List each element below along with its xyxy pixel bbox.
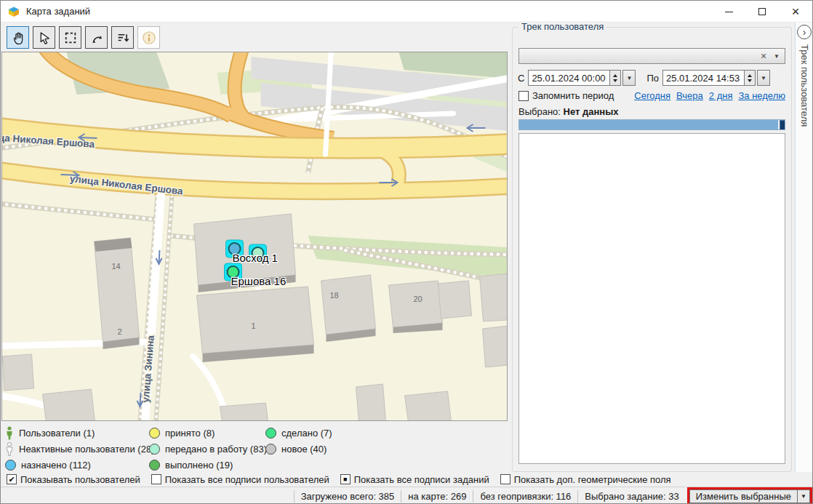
pan-tool-button[interactable] <box>7 26 29 49</box>
option-show-task-labels[interactable]: ■ Показать все подписи заданий <box>340 474 489 485</box>
legend-label: новое (40) <box>281 444 327 455</box>
spin-down-icon <box>613 79 617 82</box>
chevron-down-icon[interactable]: ▼ <box>797 490 809 503</box>
date-from-dropdown[interactable]: ▼ <box>622 70 636 86</box>
status-circle <box>149 444 160 455</box>
legend-item-assigned: назначено (112) <box>5 460 149 471</box>
selected-label: Выбрано: <box>518 106 561 117</box>
quick-period-links: Сегодня Вчера 2 дня За неделю <box>634 90 785 101</box>
person-icon <box>5 426 14 440</box>
track-list-area[interactable] <box>518 133 785 464</box>
user-track-panel: Трек пользователя × ▼ С 25.01.2024 00:00… <box>512 27 792 472</box>
close-icon: × <box>792 5 800 18</box>
minimize-icon <box>725 12 733 12</box>
app-logo-icon <box>7 5 20 18</box>
collapsed-tab-label: Трек пользователя <box>799 44 810 127</box>
checkbox-unchecked <box>151 474 161 484</box>
legend-item-done: сделано (7) <box>265 428 375 439</box>
status-on-map: на карте: 269 <box>401 490 473 503</box>
route-select-tool-button[interactable] <box>85 26 108 49</box>
horizontal-scrollbar[interactable] <box>518 119 785 130</box>
selected-value: Нет данных <box>564 106 619 117</box>
sort-list-icon <box>115 30 131 46</box>
option-label: Показывать пользователей <box>20 474 140 485</box>
user-select-combobox[interactable]: × ▼ <box>518 48 785 64</box>
option-show-user-labels[interactable]: Показать все подписи пользователей <box>151 474 329 485</box>
app-window: Карта заданий × <box>0 0 813 504</box>
chevron-down-icon: ▼ <box>761 75 766 81</box>
clear-icon[interactable]: × <box>756 50 772 62</box>
info-icon <box>140 29 158 47</box>
panel-title: Трек пользователя <box>518 21 606 32</box>
legend-item-accepted: принято (8) <box>149 428 265 439</box>
status-circle <box>265 444 276 455</box>
checkbox-checked: ✔ <box>7 474 17 484</box>
minimize-button[interactable] <box>712 1 745 23</box>
checkbox-unchecked <box>518 91 529 101</box>
scrollbar-thumb[interactable] <box>778 120 785 129</box>
cursor-icon <box>36 30 52 46</box>
expand-panel-button[interactable]: › <box>797 25 812 39</box>
legend-item-completed: выполнено (19) <box>149 460 265 471</box>
status-circle <box>265 428 276 439</box>
status-circle <box>149 460 160 471</box>
spin-up-icon <box>748 74 752 77</box>
close-button[interactable]: × <box>779 1 812 23</box>
status-selected-task: Выбрано задание: 33 <box>577 490 685 503</box>
hand-icon <box>10 30 26 46</box>
checkbox-indeterminate: ■ <box>340 474 351 484</box>
legend-item-users: Пользователи (1) <box>5 426 149 440</box>
date-to-dropdown[interactable]: ▼ <box>757 70 770 86</box>
option-show-users[interactable]: ✔ Показывать пользователей <box>7 474 140 485</box>
status-without-geo: без геопривязки: 116 <box>473 490 577 503</box>
status-circle <box>149 428 160 439</box>
to-label: По <box>646 73 662 84</box>
from-label: С <box>517 73 528 84</box>
spin-up-icon <box>613 74 617 77</box>
legend-label: Пользователи (1) <box>19 428 95 439</box>
marquee-select-tool-button[interactable] <box>59 26 81 49</box>
link-2days[interactable]: 2 дня <box>709 90 733 101</box>
remember-period-checkbox[interactable]: Запомнить период <box>518 90 614 101</box>
link-week[interactable]: За неделю <box>738 90 785 101</box>
action-highlight-box: Изменить выбранные ▼ <box>687 487 812 504</box>
window-title: Карта заданий <box>26 6 90 17</box>
map-canvas[interactable]: 14 2 1 18 20 улица Николая Ершова улица … <box>1 52 508 421</box>
edit-selected-button[interactable]: Изменить выбранные ▼ <box>689 489 810 503</box>
option-label: Показать все подписи пользователей <box>165 474 329 485</box>
remember-period-row: Запомнить период Сегодня Вчера 2 дня За … <box>518 90 785 101</box>
checkbox-unchecked <box>500 474 510 484</box>
select-tool-button[interactable] <box>33 26 55 49</box>
option-show-geometry-fields[interactable]: Показать доп. геометрические поля <box>500 474 671 485</box>
legend-label: назначено (112) <box>21 460 91 471</box>
svg-text:20: 20 <box>414 295 422 303</box>
marker-label-ershova: Ершова 16 <box>231 275 287 287</box>
chevron-right-icon: › <box>803 26 806 38</box>
legend-label: выполнено (19) <box>165 460 233 471</box>
info-tool-button[interactable] <box>137 26 160 49</box>
legend-label: передано в работу (83) <box>165 444 267 455</box>
date-to-spinner[interactable] <box>745 70 756 86</box>
legend-label: сделано (7) <box>281 428 332 439</box>
legend-label: принято (8) <box>165 428 215 439</box>
date-to-field[interactable]: 25.01.2024 14:53 <box>662 70 745 86</box>
chevron-down-icon[interactable]: ▼ <box>772 53 785 60</box>
maximize-icon <box>758 8 766 15</box>
date-from-field[interactable]: 25.01.2024 00:00 <box>528 70 610 86</box>
svg-text:1: 1 <box>252 321 256 330</box>
option-label: Показать доп. геометрические поля <box>514 474 671 485</box>
date-from-value: 25.01.2024 00:00 <box>532 73 605 84</box>
sort-tool-button[interactable] <box>111 26 134 49</box>
spin-down-icon <box>748 79 752 82</box>
link-yesterday[interactable]: Вчера <box>676 90 703 101</box>
map-toolbar <box>7 26 160 49</box>
link-today[interactable]: Сегодня <box>634 90 670 101</box>
statusbar: Загружено всего: 385 на карте: 269 без г… <box>1 487 812 504</box>
person-icon <box>5 442 14 456</box>
date-from-spinner[interactable] <box>610 70 621 86</box>
remember-period-label: Запомнить период <box>532 90 614 101</box>
maximize-button[interactable] <box>745 1 779 23</box>
date-to-value: 25.01.2024 14:53 <box>666 73 740 84</box>
svg-text:2: 2 <box>118 327 122 336</box>
option-label: Показать все подписи заданий <box>354 474 489 485</box>
